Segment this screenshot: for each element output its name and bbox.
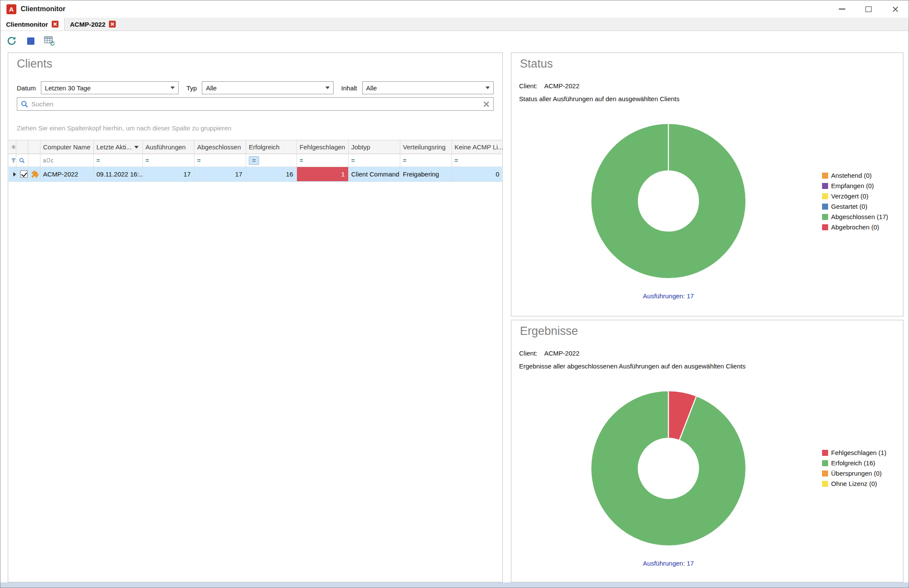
filter-fehlgeschlagen[interactable]: =: [297, 154, 349, 167]
select-column-header[interactable]: [16, 140, 28, 154]
puzzle-icon: [31, 170, 39, 178]
cell-computer-name: ACMP-2022: [40, 167, 94, 181]
title-bar: A Clientmonitor: [0, 0, 909, 18]
grid-refresh-icon: [44, 36, 55, 46]
column-header-computer-name[interactable]: Computer Name: [40, 140, 94, 154]
datum-dropdown[interactable]: Letzten 30 Tage: [41, 81, 179, 94]
column-header-keine-acmp-lizenz[interactable]: Keine ACMP Li...: [452, 140, 503, 154]
chevron-down-icon[interactable]: [167, 82, 178, 94]
tab-close-icon[interactable]: [109, 21, 116, 28]
equals-filter-icon[interactable]: =: [454, 158, 458, 164]
legend-label: Empfangen (0): [831, 182, 874, 189]
legend-label: Übersprungen (0): [831, 470, 882, 477]
cell-erfolgreich: 16: [246, 167, 297, 181]
legend-item: Empfangen (0): [822, 183, 888, 189]
filter-erfolgreich[interactable]: =: [246, 154, 297, 167]
refresh-button[interactable]: [5, 34, 19, 48]
group-by-area[interactable]: Ziehen Sie einen Spaltenkopf hierhin, um…: [17, 124, 232, 132]
match-mode-c: c: [51, 158, 53, 164]
status-subtitle: Status aller Ausführungen auf den ausgew…: [519, 95, 680, 102]
typ-dropdown[interactable]: Alle: [202, 81, 333, 94]
filter-abgeschlossen[interactable]: =: [195, 154, 246, 167]
client-value: ACMP-2022: [544, 82, 580, 90]
filter-keine-acmp-lizenz[interactable]: =: [452, 154, 503, 167]
column-header-letzte-aktivitaet[interactable]: Letzte Akti...: [94, 140, 143, 154]
ergebnisse-donut-chart: [587, 387, 750, 550]
equals-filter-icon[interactable]: =: [197, 158, 201, 164]
equals-filter-icon[interactable]: =: [96, 158, 100, 164]
status-panel-title: Status: [520, 57, 553, 71]
client-value: ACMP-2022: [544, 350, 580, 357]
column-header-label: Ausführungen: [145, 143, 186, 151]
filter-ausfuehrungen[interactable]: =: [143, 154, 195, 167]
checkbox-checked-icon[interactable]: [20, 170, 28, 178]
legend-item: Anstehend (0): [822, 172, 888, 179]
legend-item: Abgebrochen (0): [822, 224, 888, 230]
ergebnisse-panel-title: Ergebnisse: [520, 325, 578, 338]
column-header-erfolgreich[interactable]: Erfolgreich: [246, 140, 297, 154]
search-icon: [21, 100, 28, 108]
legend-item: Abgeschlossen (17): [822, 214, 888, 220]
filter-search-cell[interactable]: [16, 154, 28, 167]
toolbar: [0, 31, 909, 50]
equals-filter-icon[interactable]: =: [145, 158, 149, 164]
icon-column-header: [28, 140, 40, 154]
cell-jobtyp: Client Command: [349, 167, 400, 181]
inhalt-dropdown[interactable]: Alle: [362, 81, 494, 94]
chevron-down-icon[interactable]: [482, 82, 493, 94]
column-header-label: Erfolgreich: [249, 143, 280, 151]
tab-label: Clientmonitor: [6, 21, 48, 28]
app-logo-letter: A: [9, 6, 14, 13]
equals-filter-icon-selected[interactable]: =: [249, 156, 259, 165]
client-details-button[interactable]: [43, 34, 56, 48]
ergebnisse-subtitle: Ergebnisse aller abgeschlossenen Ausführ…: [519, 362, 745, 370]
minimize-icon: [839, 9, 845, 9]
equals-filter-icon[interactable]: =: [403, 158, 406, 164]
stop-button[interactable]: [24, 34, 37, 48]
close-button[interactable]: [882, 0, 909, 18]
row-expander[interactable]: [9, 167, 16, 181]
tab-close-icon[interactable]: [52, 21, 59, 28]
filter-letzte-aktivitaet[interactable]: =: [94, 154, 143, 167]
filter-verteilungsring[interactable]: =: [400, 154, 452, 167]
maximize-button[interactable]: [855, 0, 882, 18]
tab-clientmonitor[interactable]: Clientmonitor: [0, 18, 65, 31]
inhalt-value: Alle: [366, 84, 377, 92]
clients-panel-title: Clients: [17, 57, 53, 71]
legend-item: Ohne Lizenz (0): [822, 480, 886, 487]
legend-item: Erfolgreich (16): [822, 460, 886, 466]
search-input[interactable]: [31, 100, 480, 108]
legend-swatch: [822, 481, 828, 487]
window-controls: [829, 0, 909, 18]
column-header-fehlgeschlagen[interactable]: Fehlgeschlagen: [297, 140, 349, 154]
table-row[interactable]: ACMP-2022 09.11.2022 16:... 17 17 16 1 C…: [9, 167, 502, 182]
minimize-button[interactable]: [829, 0, 855, 18]
equals-filter-icon[interactable]: =: [351, 158, 355, 164]
tab-acmp-2022[interactable]: ACMP-2022: [65, 18, 122, 31]
refresh-icon: [6, 35, 17, 46]
match-mode-icon: ac: [43, 158, 53, 164]
ergebnisse-client-line: Client: ACMP-2022: [519, 350, 579, 357]
legend-swatch: [822, 470, 828, 477]
row-checkbox[interactable]: [16, 167, 28, 181]
column-header-label: Abgeschlossen: [197, 143, 241, 151]
status-client-line: Client: ACMP-2022: [519, 82, 579, 90]
filter-computer-name[interactable]: ac: [40, 154, 94, 167]
datum-label: Datum: [17, 84, 36, 92]
column-header-abgeschlossen[interactable]: Abgeschlossen: [195, 140, 246, 154]
clients-panel: Clients Datum Letzten 30 Tage Typ Alle I…: [8, 53, 503, 582]
search-box: [17, 97, 494, 111]
clear-search-icon[interactable]: [483, 101, 490, 108]
legend-item: Gestartet (0): [822, 203, 888, 210]
column-header-label: Jobtyp: [351, 143, 370, 151]
equals-filter-icon[interactable]: =: [300, 158, 303, 164]
cell-ausfuehrungen: 17: [143, 167, 195, 181]
table-header-row: Computer Name Letzte Akti... Ausführunge…: [9, 140, 502, 154]
column-header-jobtyp[interactable]: Jobtyp: [349, 140, 400, 154]
column-header-ausfuehrungen[interactable]: Ausführungen: [143, 140, 195, 154]
filter-jobtyp[interactable]: =: [349, 154, 400, 167]
chevron-down-icon[interactable]: [322, 82, 333, 94]
column-chooser-button[interactable]: [9, 140, 16, 154]
cell-fehlgeschlagen-alert: 1: [297, 167, 349, 181]
column-header-verteilungsring[interactable]: Verteilungsring: [400, 140, 452, 154]
